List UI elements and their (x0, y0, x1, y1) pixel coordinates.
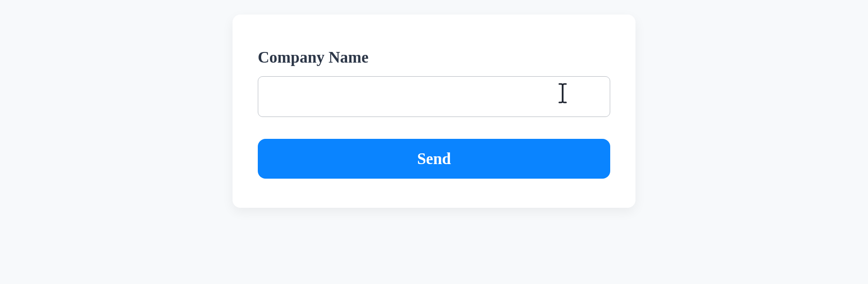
company-name-input[interactable] (258, 76, 610, 117)
send-button[interactable]: Send (258, 139, 610, 179)
input-wrapper (258, 76, 610, 117)
company-name-label: Company Name (258, 49, 610, 67)
form-card: Company Name Send (233, 15, 635, 208)
